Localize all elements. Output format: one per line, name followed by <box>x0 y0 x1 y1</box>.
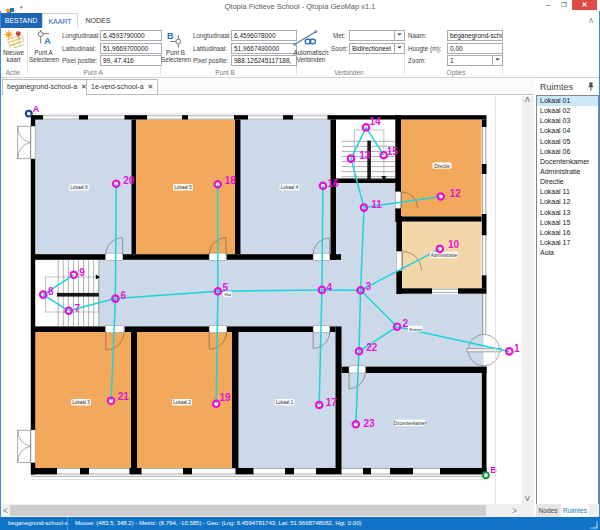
svg-text:22: 22 <box>366 342 378 353</box>
svg-text:5: 5 <box>222 282 228 293</box>
svg-text:12: 12 <box>450 188 462 199</box>
svg-text:2: 2 <box>402 318 408 329</box>
svg-text:11: 11 <box>371 199 382 210</box>
svg-text:Lokaal 5: Lokaal 5 <box>174 185 192 190</box>
svg-text:17: 17 <box>326 397 338 408</box>
svg-text:Administratie: Administratie <box>431 253 458 258</box>
svg-text:16: 16 <box>327 178 339 189</box>
svg-text:Lokaal 1: Lokaal 1 <box>276 400 294 405</box>
svg-text:9: 9 <box>79 267 85 278</box>
svg-text:23: 23 <box>364 418 376 429</box>
svg-text:8: 8 <box>48 286 54 297</box>
svg-text:4: 4 <box>327 282 333 293</box>
svg-text:Lokaal 2: Lokaal 2 <box>173 400 191 405</box>
svg-text:A: A <box>44 36 51 46</box>
svg-text:18: 18 <box>225 175 237 186</box>
svg-text:Entree: Entree <box>410 327 423 332</box>
svg-text:3: 3 <box>366 281 372 292</box>
svg-text:10: 10 <box>448 239 460 250</box>
svg-text:A: A <box>33 104 40 114</box>
svg-text:B: B <box>167 31 174 41</box>
svg-text:1: 1 <box>514 343 520 354</box>
svg-text:Lokaal 3: Lokaal 3 <box>72 400 90 405</box>
svg-text:Docentenkamer: Docentenkamer <box>394 421 427 426</box>
svg-text:Lokaal 6: Lokaal 6 <box>70 185 88 190</box>
svg-text:21: 21 <box>118 391 130 402</box>
svg-text:13: 13 <box>359 150 371 161</box>
svg-text:20: 20 <box>123 175 135 186</box>
svg-text:14: 14 <box>369 116 381 127</box>
svg-text:6: 6 <box>120 290 126 301</box>
svg-text:15: 15 <box>387 146 399 157</box>
svg-text:Hal: Hal <box>225 292 232 297</box>
svg-text:Directie: Directie <box>434 164 450 169</box>
svg-text:Lokaal 4: Lokaal 4 <box>281 185 299 190</box>
svg-text:B: B <box>490 465 497 475</box>
svg-text:7: 7 <box>74 303 80 314</box>
svg-text:19: 19 <box>220 392 232 403</box>
